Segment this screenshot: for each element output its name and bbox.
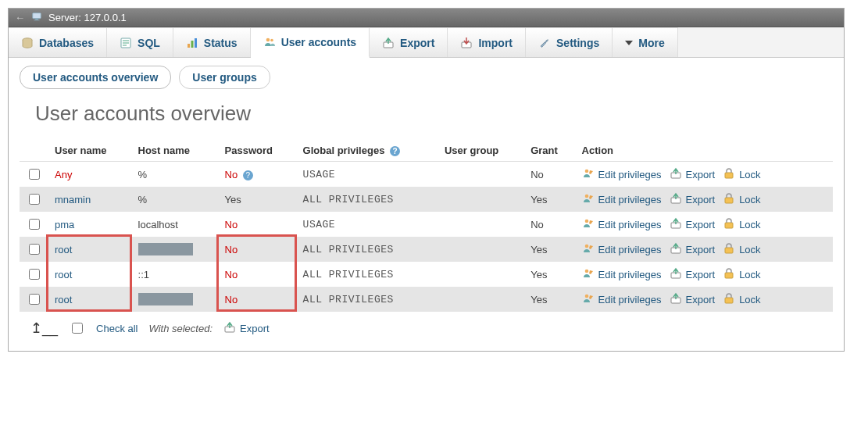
action-cell: Edit privilegesExportLock <box>576 237 833 262</box>
table-row: mnamin%YesALL PRIVILEGESYesEdit privileg… <box>20 187 833 212</box>
lock-icon <box>723 267 735 282</box>
usergroup-cell <box>438 287 524 312</box>
hostname-cell: % <box>132 187 219 212</box>
lock-user-button[interactable]: Lock <box>723 217 760 232</box>
export-icon <box>382 37 395 49</box>
svg-point-12 <box>584 169 588 173</box>
edit-user-icon <box>582 292 595 307</box>
privileges-cell: ALL PRIVILEGES <box>297 237 438 262</box>
grant-cell: Yes <box>524 237 575 262</box>
tab-databases[interactable]: Databases <box>9 27 107 57</box>
export-user-button[interactable]: Export <box>670 292 716 307</box>
tab-export[interactable]: Export <box>370 27 448 57</box>
export-user-button[interactable]: Export <box>670 242 716 257</box>
export-icon <box>670 217 682 232</box>
row-checkbox[interactable] <box>29 169 40 180</box>
lock-user-button[interactable]: Lock <box>723 242 760 257</box>
export-user-button[interactable]: Export <box>670 192 716 207</box>
tab-label: Settings <box>556 37 599 49</box>
lock-user-button[interactable]: Lock <box>723 192 760 207</box>
svg-point-18 <box>584 219 588 223</box>
privileges-cell: ALL PRIVILEGES <box>297 262 438 287</box>
redacted-hostname <box>138 243 193 255</box>
svg-rect-17 <box>725 198 733 203</box>
tab-user-accounts[interactable]: User accounts <box>251 27 370 58</box>
th-hostname[interactable]: Host name <box>132 140 219 162</box>
export-user-button[interactable]: Export <box>670 217 716 232</box>
lock-user-button[interactable]: Lock <box>723 267 760 282</box>
edit-privileges-button[interactable]: Edit privileges <box>582 217 662 232</box>
help-icon[interactable]: ? <box>390 146 400 156</box>
lock-icon <box>723 242 735 257</box>
svg-rect-6 <box>191 41 193 48</box>
tab-status[interactable]: Status <box>173 27 251 57</box>
edit-privileges-button[interactable]: Edit privileges <box>582 192 662 207</box>
row-checkbox[interactable] <box>29 244 40 255</box>
export-icon <box>223 321 236 336</box>
table-row: Any%No ?USAGENoEdit privilegesExportLock <box>20 162 833 188</box>
svg-rect-26 <box>725 273 733 278</box>
th-privileges[interactable]: Global privileges ? <box>297 140 438 162</box>
edit-user-icon <box>582 242 595 257</box>
content: User accounts overview User groups User … <box>9 58 844 351</box>
server-icon <box>31 11 42 24</box>
sql-icon <box>120 37 132 49</box>
titlebar-label: Server: 127.0.0.1 <box>48 12 127 23</box>
table-wrap: User name Host name Password Global priv… <box>20 140 833 312</box>
lock-user-button[interactable]: Lock <box>723 167 760 182</box>
edit-user-icon <box>582 167 595 182</box>
password-cell: No <box>219 262 297 287</box>
export-icon <box>670 167 682 182</box>
check-all-label[interactable]: Check all <box>96 323 138 334</box>
usergroup-cell <box>438 212 524 237</box>
hostname-cell <box>132 287 219 312</box>
export-user-button[interactable]: Export <box>670 167 716 182</box>
export-user-button[interactable]: Export <box>670 267 716 282</box>
check-all-checkbox[interactable] <box>72 323 83 334</box>
privileges-cell: USAGE <box>297 212 438 237</box>
row-checkbox[interactable] <box>29 294 40 305</box>
row-checkbox[interactable] <box>29 219 40 230</box>
edit-privileges-button[interactable]: Edit privileges <box>582 242 662 257</box>
th-username[interactable]: User name <box>48 140 132 162</box>
export-icon <box>670 192 682 207</box>
row-checkbox[interactable] <box>29 194 40 205</box>
username-cell[interactable]: root <box>55 244 72 255</box>
th-grant[interactable]: Grant <box>524 140 575 162</box>
privileges-cell: ALL PRIVILEGES <box>297 187 438 212</box>
usergroup-cell <box>438 187 524 212</box>
tab-settings[interactable]: Settings <box>526 27 613 57</box>
usergroup-cell <box>438 262 524 287</box>
row-checkbox[interactable] <box>29 269 40 280</box>
edit-privileges-button[interactable]: Edit privileges <box>582 292 662 307</box>
th-usergroup[interactable]: User group <box>438 140 524 162</box>
username-cell[interactable]: root <box>55 294 72 305</box>
tab-more[interactable]: More <box>613 27 677 57</box>
back-arrow-icon[interactable]: ← <box>15 12 25 23</box>
tab-import[interactable]: Import <box>448 27 526 57</box>
footer-export-label: Export <box>240 323 270 334</box>
hostname-cell: localhost <box>132 212 219 237</box>
lock-user-button[interactable]: Lock <box>723 292 760 307</box>
edit-privileges-button[interactable]: Edit privileges <box>582 167 662 182</box>
tab-sql[interactable]: SQL <box>107 27 173 57</box>
subtab-groups[interactable]: User groups <box>179 66 270 89</box>
help-icon[interactable]: ? <box>243 170 253 180</box>
tab-label: Databases <box>39 37 94 49</box>
edit-privileges-button[interactable]: Edit privileges <box>582 267 662 282</box>
svg-rect-20 <box>725 223 733 228</box>
username-cell[interactable]: Any <box>55 169 72 180</box>
footer-export-button[interactable]: Export <box>223 321 270 336</box>
window: ← Server: 127.0.0.1 Databases SQL Status… <box>8 8 845 352</box>
username-cell[interactable]: pma <box>55 219 74 230</box>
username-cell[interactable]: root <box>55 269 72 280</box>
grant-cell: No <box>524 212 575 237</box>
grant-cell: No <box>524 162 575 188</box>
table-row: pmalocalhostNoUSAGENoEdit privilegesExpo… <box>20 212 833 237</box>
username-cell[interactable]: mnamin <box>55 194 91 205</box>
subtab-overview[interactable]: User accounts overview <box>20 66 171 89</box>
password-cell: No <box>219 287 297 312</box>
th-password[interactable]: Password <box>219 140 297 162</box>
titlebar: ← Server: 127.0.0.1 <box>9 9 844 27</box>
import-icon <box>460 37 473 49</box>
